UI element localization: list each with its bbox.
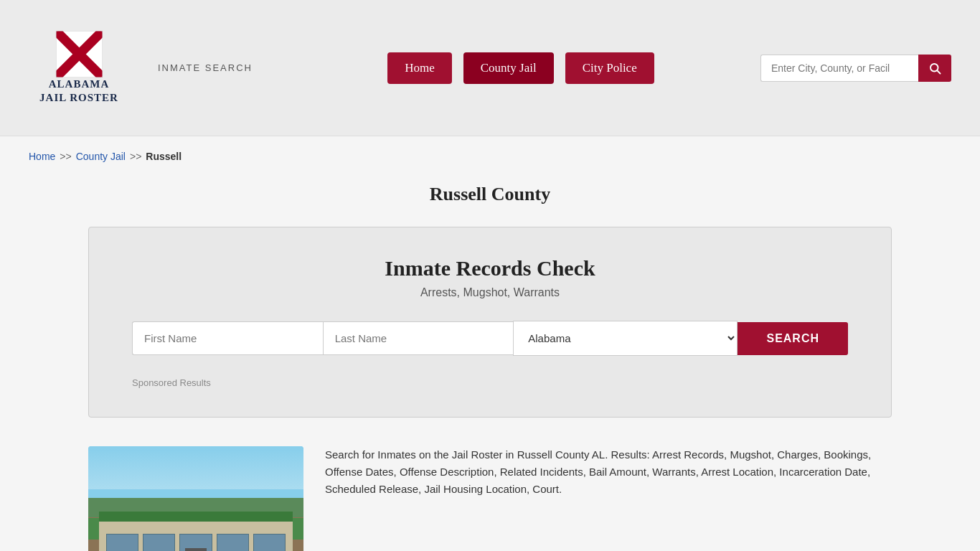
description-text: Search for Inmates on the Jail Roster in… — [325, 446, 892, 551]
window-2 — [143, 534, 175, 551]
sponsored-label: Sponsored Results — [132, 377, 848, 388]
breadcrumb-home[interactable]: Home — [29, 151, 55, 162]
window-4 — [217, 534, 249, 551]
main-content: Home >> County Jail >> Russell Russell C… — [0, 136, 980, 551]
records-search-form: Alabama Alaska Arizona Arkansas Californ… — [132, 321, 848, 356]
search-icon — [928, 62, 941, 75]
logo-text: ALABAMA JAIL ROSTER — [39, 77, 118, 105]
building-roof — [99, 512, 293, 522]
nav-county-jail-button[interactable]: County Jail — [463, 52, 554, 84]
site-header: ALABAMA JAIL ROSTER INMATE SEARCH Home C… — [0, 0, 980, 136]
bottom-section: Search for Inmates on the Jail Roster in… — [88, 439, 892, 551]
logo-area: ALABAMA JAIL ROSTER — [29, 31, 129, 105]
records-check-subtitle: Arrests, Mugshot, Warrants — [132, 286, 848, 299]
breadcrumb-county-jail[interactable]: County Jail — [76, 151, 126, 162]
records-check-title: Inmate Records Check — [132, 256, 848, 281]
records-search-button[interactable]: SEARCH — [738, 322, 848, 355]
state-select[interactable]: Alabama Alaska Arizona Arkansas Californ… — [513, 321, 738, 356]
header-search-button[interactable] — [918, 55, 951, 82]
breadcrumb: Home >> County Jail >> Russell — [29, 151, 951, 162]
nav-city-police-button[interactable]: City Police — [565, 52, 654, 84]
building-entrance — [185, 548, 207, 551]
breadcrumb-current: Russell — [146, 151, 182, 162]
window-5 — [253, 534, 286, 551]
sky — [88, 446, 303, 489]
records-check-box: Inmate Records Check Arrests, Mugshot, W… — [88, 227, 892, 418]
window-1 — [106, 534, 138, 551]
inmate-search-label: INMATE SEARCH — [158, 62, 253, 73]
nav-home-button[interactable]: Home — [387, 52, 452, 84]
header-search-area — [760, 55, 951, 82]
breadcrumb-sep-1: >> — [60, 151, 71, 162]
last-name-input[interactable] — [323, 321, 514, 355]
building-image — [88, 446, 303, 551]
breadcrumb-sep-2: >> — [130, 151, 141, 162]
nav-buttons: Home County Jail City Police — [317, 52, 725, 84]
first-name-input[interactable] — [132, 321, 323, 355]
header-search-input[interactable] — [760, 55, 918, 82]
alabama-flag-icon — [56, 31, 103, 77]
page-title: Russell County — [29, 184, 951, 205]
svg-line-5 — [937, 70, 940, 73]
